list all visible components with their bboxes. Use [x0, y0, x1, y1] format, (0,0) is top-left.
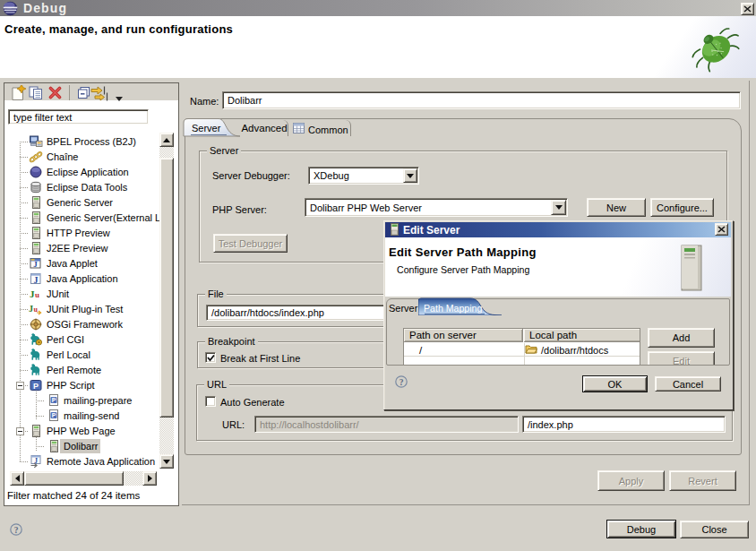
svg-text:P: P: [52, 397, 56, 403]
svg-text:P: P: [52, 412, 56, 418]
svg-text:P: P: [33, 382, 39, 391]
svg-text:J: J: [29, 304, 33, 314]
svg-text:J: J: [34, 275, 39, 285]
svg-text:?: ?: [399, 378, 404, 387]
svg-text:?: ?: [14, 526, 19, 535]
svg-text:u: u: [35, 290, 39, 299]
svg-text:J: J: [33, 260, 38, 269]
